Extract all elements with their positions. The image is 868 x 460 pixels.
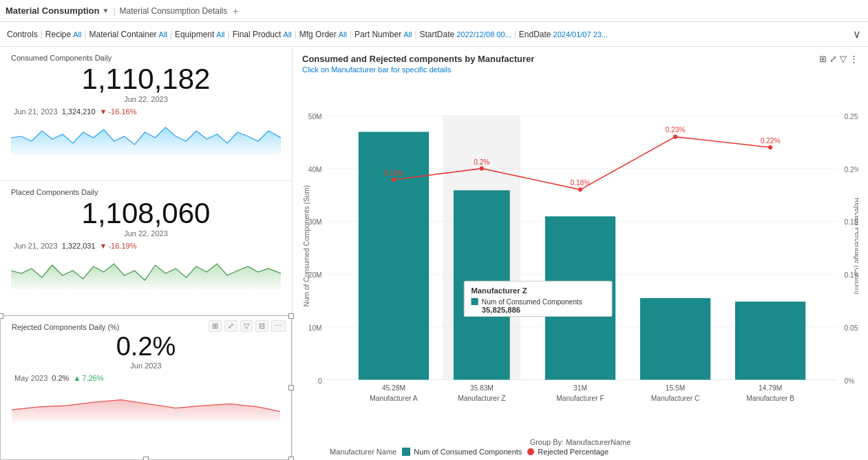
tooltip-manufacturer: Manufacturer Z <box>471 286 527 295</box>
filter-mc-value: All <box>159 30 167 39</box>
kpi3-sparkline <box>12 384 280 428</box>
filter-equipment[interactable]: Equipment All <box>175 30 225 39</box>
kpi-placed-daily: Placed Components Daily 1,108,060 Jun 22… <box>0 181 292 315</box>
filter-bar: Controls | Recipe All | Material Contain… <box>0 22 868 47</box>
chart-subtitle: Click on Manufacturer bar for specific d… <box>302 65 534 74</box>
chart-more-btn[interactable]: ⋮ <box>849 54 858 64</box>
kpi3-toolbar-expand[interactable]: ⤢ <box>224 320 237 332</box>
separator: | <box>113 6 115 16</box>
filter-ed-label: EndDate <box>519 30 551 39</box>
kpi2-value: 1,108,060 <box>11 198 281 229</box>
svg-text:0.2%: 0.2% <box>845 166 858 174</box>
tooltip-swatch <box>471 298 478 305</box>
filter-sd-value: 2022/12/08 00... <box>456 30 511 39</box>
filter-material-container[interactable]: Material Container All <box>89 30 167 39</box>
kpi2-change: ▼ -16.19% <box>100 242 137 250</box>
filter-eq-label: Equipment <box>175 30 214 39</box>
tab-details[interactable]: Material Consumption Details <box>120 6 228 16</box>
svg-text:35.83M: 35.83M <box>470 384 494 392</box>
svg-text:Num of Consumed Components (Su: Num of Consumed Components (Sum) <box>303 185 310 307</box>
title-dropdown-icon[interactable]: ▼ <box>103 7 109 14</box>
kpi3-sparkline-svg <box>12 384 280 421</box>
chart-header: Consumed and Rejected components by Manu… <box>302 54 858 74</box>
chart-filter-btn[interactable]: ▽ <box>840 54 847 64</box>
add-tab-button[interactable]: + <box>233 6 238 17</box>
resize-handle-tr[interactable] <box>288 313 294 319</box>
kpi1-prev-label: Jun 21, 2023 <box>14 107 58 116</box>
filter-end-date[interactable]: EndDate 2024/01/07 23... <box>519 30 608 39</box>
kpi3-prev-label: May 2023 <box>14 374 47 382</box>
svg-marker-2 <box>12 399 280 421</box>
resize-handle-tl[interactable] <box>0 313 3 319</box>
legend-consumed: Num of Consumed Components <box>402 448 522 456</box>
filter-collapse-button[interactable]: ∨ <box>853 28 861 41</box>
svg-text:Manufacturer C: Manufacturer C <box>651 395 699 402</box>
filter-pn-label: Part Number <box>354 30 401 39</box>
chart-group-label: Group By: ManufacturerName <box>302 438 858 446</box>
bar-manufacturer-b[interactable] <box>735 302 805 380</box>
svg-text:31M: 31M <box>573 384 587 392</box>
svg-text:Manufacturer Z: Manufacturer Z <box>458 395 505 402</box>
legend-consumed-label: Num of Consumed Components <box>414 448 522 456</box>
kpi3-toolbar-focus[interactable]: ⊞ <box>209 320 222 332</box>
kpi1-change-value: -16.16% <box>108 107 136 116</box>
bar-manufacturer-c[interactable] <box>640 298 710 380</box>
svg-text:14.79M: 14.79M <box>759 384 782 392</box>
kpi2-change-arrow: ▼ <box>100 242 107 250</box>
legend-consumed-swatch <box>402 448 410 456</box>
filter-recipe[interactable]: Recipe All <box>45 30 82 39</box>
resize-handle-mr[interactable] <box>288 385 294 390</box>
filter-fp-label: Final Product <box>233 30 282 39</box>
resize-handle-bm[interactable] <box>143 457 149 460</box>
resize-handle-br[interactable] <box>288 457 294 460</box>
kpi3-change-value: 7.26% <box>82 374 103 382</box>
kpi3-value: 0.2% <box>12 333 280 362</box>
line-label-a: 0.19% <box>383 169 403 177</box>
kpi2-prev-row: Jun 21, 2023 1,322,031 ▼ -16.19% <box>11 240 281 251</box>
filter-controls[interactable]: Controls <box>7 30 38 39</box>
chart-focus-btn[interactable]: ⊞ <box>819 54 827 64</box>
filter-mfg-order[interactable]: Mfg Order All <box>299 30 347 39</box>
legend-rejected-label: Rejected Percentage <box>538 448 608 456</box>
chart-toolbar: ⊞ ⤢ ▽ ⋮ <box>819 54 858 64</box>
kpi2-title: Placed Components Daily <box>11 188 281 196</box>
svg-text:0%: 0% <box>845 377 855 385</box>
manufacturer-name-label: Manufacturer Name <box>330 448 396 456</box>
tooltip-value: 35,825,886 <box>482 306 520 314</box>
kpi1-value: 1,110,182 <box>11 63 281 95</box>
kpi3-toolbar-filter[interactable]: ▽ <box>240 320 253 332</box>
svg-text:15.5M: 15.5M <box>666 384 685 392</box>
filter-mo-label: Mfg Order <box>299 30 337 39</box>
svg-text:0.05%: 0.05% <box>845 324 858 332</box>
filter-start-date[interactable]: StartDate 2022/12/08 00... <box>420 30 511 39</box>
filter-recipe-value: All <box>73 30 81 39</box>
kpi3-date: Jun 2023 <box>12 362 280 370</box>
filter-eq-value: All <box>216 30 224 39</box>
line-label-z: 0.2% <box>474 158 489 166</box>
kpi3-change-arrow: ▲ <box>73 374 81 382</box>
filter-part-number[interactable]: Part Number All <box>354 30 412 39</box>
filter-ed-value: 2024/01/07 23... <box>553 30 608 39</box>
chart-expand-btn[interactable]: ⤢ <box>829 54 837 64</box>
filter-fp-value: All <box>283 30 291 39</box>
filter-final-product[interactable]: Final Product All <box>233 30 292 39</box>
right-panel: Consumed and Rejected components by Manu… <box>293 47 868 460</box>
kpi3-toolbar-more[interactable]: ⋯ <box>271 320 286 332</box>
svg-text:Manufacturer F: Manufacturer F <box>556 395 604 402</box>
filter-mo-value: All <box>339 30 347 39</box>
kpi1-sparkline <box>11 117 281 155</box>
filter-pn-value: All <box>403 30 412 39</box>
chart-area: 50M 40M 30M 20M 10M 0 0.25% 0.2% 0.15% 0… <box>302 76 858 437</box>
kpi3-toolbar-grid[interactable]: ⊟ <box>255 320 268 332</box>
svg-text:Rejected Percentage (Custom): Rejected Percentage (Custom) <box>854 198 858 294</box>
filter-mc-label: Material Container <box>89 30 157 39</box>
app-title: Material Consumption <box>6 6 100 16</box>
kpi2-sparkline-svg <box>11 251 281 289</box>
chart-legend-area: Manufacturer Name Num of Consumed Compon… <box>302 448 858 456</box>
tooltip-metric: Num of Consumed Components <box>482 298 582 306</box>
main-content: Consumed Components Daily 1,110,182 Jun … <box>0 47 868 460</box>
filter-recipe-label: Recipe <box>45 30 71 39</box>
chart-svg: 50M 40M 30M 20M 10M 0 0.25% 0.2% 0.15% 0… <box>302 76 858 437</box>
line-dot-a <box>392 178 396 182</box>
kpi1-prev-row: Jun 21, 2023 1,324,210 ▼ -16.16% <box>11 106 281 117</box>
